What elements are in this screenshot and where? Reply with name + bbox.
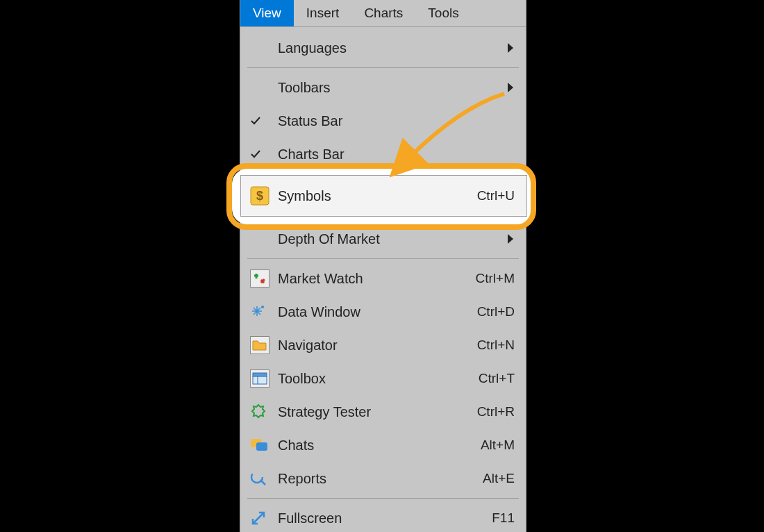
menubar-item-charts[interactable]: Charts [351,0,415,26]
menu-divider [247,258,519,259]
menu-item-market-watch[interactable]: Market Watch Ctrl+M [240,262,526,295]
menu-item-symbols[interactable]: $ Symbols Ctrl+U [240,175,527,217]
chat-icon [250,437,278,454]
menu-label: Market Watch [278,271,476,287]
folder-icon [250,336,278,354]
menu-item-data-window[interactable]: Data Window Ctrl+D [240,295,526,329]
toolbox-icon [250,369,278,388]
menu-shortcut: Ctrl+M [476,271,515,286]
chevron-right-icon [508,40,515,56]
menubar-item-tools[interactable]: Tools [415,0,471,26]
menu-divider [247,67,519,68]
menu-label: Chats [278,438,481,454]
checkmark-icon [250,149,278,160]
svg-text:$: $ [256,189,263,203]
menu-item-fullscreen[interactable]: Fullscreen F11 [240,501,526,532]
menubar-item-insert[interactable]: Insert [294,0,352,26]
menu-item-toolbars[interactable]: Toolbars [240,71,526,104]
svg-rect-2 [253,376,267,384]
menu-shortcut: Alt+E [483,471,515,486]
menu-shortcut: Alt+M [481,438,515,453]
gear-badge-icon [250,404,278,420]
menu-item-navigator[interactable]: Navigator Ctrl+N [240,329,526,362]
chevron-right-icon [508,231,515,247]
svg-point-0 [261,306,264,308]
menu-label: Symbols [278,188,477,204]
menu-label: Fullscreen [278,510,492,526]
dollar-icon: $ [250,186,278,206]
menu-item-toolbox[interactable]: Toolbox Ctrl+T [240,362,526,395]
svg-rect-5 [256,442,267,451]
checkmark-icon [250,115,278,126]
menu-label: Reports [278,471,483,487]
menu-shortcut: Ctrl+N [477,338,515,353]
report-icon [250,470,278,487]
menu-item-strategy-tester[interactable]: Strategy Tester Ctrl+R [240,395,526,429]
sparkle-icon [250,304,278,320]
menu-label: Toolbars [278,80,508,96]
menu-label: Navigator [278,338,477,354]
menu-shortcut: Ctrl+T [479,371,515,386]
menu-shortcut: Ctrl+R [477,404,515,419]
menu-shortcut: Ctrl+U [477,188,515,203]
menu-label: Strategy Tester [278,404,477,420]
menu-item-languages[interactable]: Languages [240,31,526,65]
menu-shortcut: Ctrl+D [477,304,515,319]
menu-shortcut: F11 [492,510,515,526]
menubar-item-view[interactable]: View [240,0,294,26]
app-window: View Insert Charts Tools Languages Toolb… [240,0,526,532]
menu-divider [247,498,519,499]
chevron-right-icon [508,80,515,96]
view-menu-panel: Languages Toolbars Status Bar Charts Bar [240,27,526,532]
market-watch-icon [250,269,278,288]
menu-item-reports[interactable]: Reports Alt+E [240,462,526,495]
menu-item-depth-of-market[interactable]: Depth Of Market [240,222,526,256]
menu-label: Toolbox [278,371,479,387]
svg-rect-1 [253,373,267,376]
menu-item-status-bar[interactable]: Status Bar [240,104,526,138]
menu-label: Data Window [278,304,477,320]
menu-label: Languages [278,40,508,56]
menubar: View Insert Charts Tools [240,0,526,27]
menu-label: Charts Bar [278,147,515,163]
menu-item-charts-bar[interactable]: Charts Bar [240,138,526,171]
menu-label: Depth Of Market [278,231,508,247]
menu-item-chats[interactable]: Chats Alt+M [240,429,526,462]
expand-icon [250,510,278,526]
menu-label: Status Bar [278,113,515,129]
